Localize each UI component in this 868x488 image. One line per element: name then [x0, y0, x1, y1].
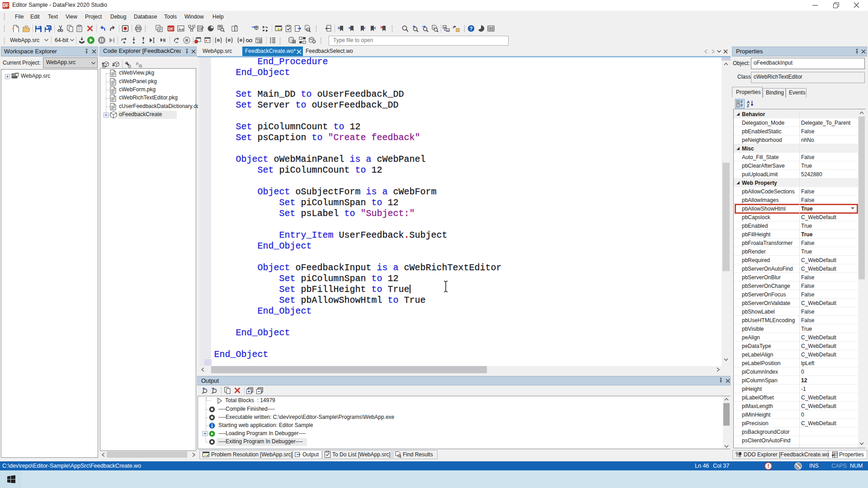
svg-text:Z: Z	[747, 103, 749, 108]
svg-text:DF: DF	[3, 3, 9, 8]
svg-text:fx: fx	[136, 61, 139, 66]
svg-text:ac: ac	[447, 29, 449, 32]
svg-text:DF: DF	[168, 27, 174, 31]
svg-text:ab: ab	[443, 26, 446, 28]
svg-text:?: ?	[470, 26, 473, 31]
